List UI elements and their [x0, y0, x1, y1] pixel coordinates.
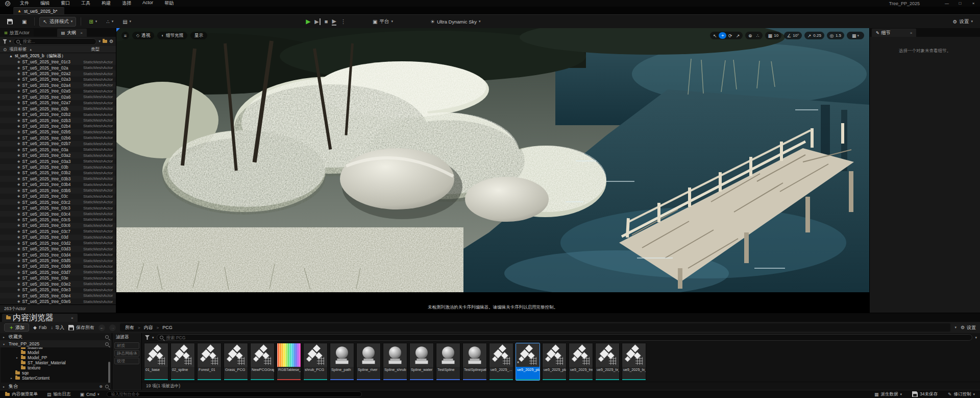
new-folder-icon[interactable]: [103, 40, 107, 43]
move-tool-button[interactable]: ＋: [719, 32, 726, 39]
chevron-down-icon[interactable]: ▾: [99, 39, 101, 43]
asset-tile[interactable]: 01_base: [144, 343, 168, 381]
breadcrumb[interactable]: 所有>内容>PCG: [120, 323, 950, 332]
outliner-row[interactable]: ◈ST_ue5_2025_tree_03e5StaticMeshActor: [0, 298, 116, 304]
editor-mode-dropdown[interactable]: ↖ 选择模式 ▾: [39, 17, 76, 27]
outliner-row[interactable]: ◈ST_ue5_2025_tree_03e4StaticMeshActor: [0, 293, 116, 298]
outliner-row[interactable]: ◈ST_ue5_2025_tree_03d5StaticMeshActor: [0, 257, 116, 263]
rotation-snap-value[interactable]: 10°: [793, 33, 801, 38]
search-icon[interactable]: [105, 342, 109, 346]
asset-tile[interactable]: ue5_2025_tree_...: [569, 343, 593, 381]
asset-tile[interactable]: Grass_PCG: [224, 343, 248, 381]
path-options-chevron[interactable]: ▾: [954, 325, 957, 330]
asset-tile[interactable]: NewPCGGraph: [250, 343, 275, 381]
asset-tile[interactable]: ue5_2025_...: [489, 343, 513, 381]
viewport-perspective-dropdown[interactable]: ◇ 透视: [132, 32, 154, 39]
ultra-dynamic-sky-dropdown[interactable]: ☀ Ultra Dynamic Sky ▾: [427, 17, 484, 27]
outliner-row[interactable]: ◈ST_ue5_2025_tree_03b5StaticMeshActor: [0, 188, 116, 193]
outliner-row[interactable]: ◈ST_ue5_2025_tree_02b4StaticMeshActor: [0, 123, 116, 129]
blueprints-dropdown[interactable]: ∴▾: [103, 17, 116, 27]
folder-tree-item[interactable]: sqe: [1, 370, 111, 376]
outliner-row[interactable]: ◈ST_ue5_2025_tree_02aStaticMeshActor: [0, 65, 116, 71]
breadcrumb-segment[interactable]: 内容: [144, 324, 153, 331]
asset-search-input[interactable]: [165, 335, 970, 341]
menu-item-0[interactable]: 文件: [14, 0, 35, 7]
revision-control-button[interactable]: ✎ 修订控制 ▾: [946, 391, 977, 397]
outliner-root-row[interactable]: ▲ st_ue5_2025_b（编辑器）: [0, 53, 116, 59]
scale-snap-value[interactable]: 0.25: [813, 33, 823, 38]
filter-funnel-icon[interactable]: [145, 335, 150, 340]
filter-option[interactable]: 纹理: [114, 358, 139, 364]
outliner-row[interactable]: ◈ST_ue5_2025_tree_03d2StaticMeshActor: [0, 240, 116, 246]
content-settings-button[interactable]: ⚙ 设置: [961, 324, 976, 331]
window-maximize-button[interactable]: □: [953, 1, 967, 6]
asset-tile[interactable]: shrub_PCG: [303, 343, 328, 381]
asset-tile[interactable]: Forest_01: [197, 343, 222, 381]
breadcrumb-segment[interactable]: PCG: [162, 325, 173, 330]
outliner-row[interactable]: ◈ST_ue5_2025_tree_03a2StaticMeshActor: [0, 152, 116, 158]
menu-item-7[interactable]: 帮助: [159, 0, 179, 7]
menu-item-3[interactable]: 工具: [76, 0, 96, 7]
rotate-tool-button[interactable]: ⟳: [726, 32, 734, 39]
outliner-row[interactable]: ◈ST_ue5_2025_tree_03eStaticMeshActor: [0, 275, 116, 281]
menu-item-2[interactable]: 窗口: [55, 0, 76, 7]
viewport-show-dropdown[interactable]: 显示: [190, 32, 207, 39]
level-viewport[interactable]: ≡ ◇ 透视 ◐ 细节光照 显示 ↖ ＋ ⟳ ↗: [116, 28, 869, 313]
outliner-column-header[interactable]: ⊙ 项目标签 ▲ 类型: [0, 46, 116, 53]
favorites-section[interactable]: ▸ 收藏夹: [0, 333, 112, 340]
derived-data-button[interactable]: ▦ 派生数据 ▾: [872, 391, 904, 397]
camera-speed-value[interactable]: 1.5: [836, 33, 843, 38]
outliner-row[interactable]: ◈ST_ue5_2025_tree_03e2StaticMeshActor: [0, 281, 116, 287]
content-drawer-button[interactable]: 内容侧滑菜单: [3, 391, 40, 397]
filter-option[interactable]: 材质: [114, 342, 139, 349]
outliner-row[interactable]: ◈ST_ue5_2025_tree_03d7StaticMeshActor: [0, 269, 116, 275]
collections-section[interactable]: ▸ 集合 ⊕: [0, 383, 112, 390]
asset-tile[interactable]: Spline_shrub: [383, 343, 407, 381]
asset-tile[interactable]: *ue5_2025_plant: [516, 343, 540, 381]
settings-dropdown[interactable]: ⚙ 设置 ▾: [950, 17, 976, 27]
tree-scrollbar[interactable]: [108, 362, 110, 383]
outliner-row[interactable]: ◈ST_ue5_2025_tree_02a6StaticMeshActor: [0, 94, 116, 100]
menu-item-5[interactable]: 选择: [116, 0, 137, 7]
eye-icon[interactable]: ⊙: [3, 47, 7, 52]
outliner-row[interactable]: ◈ST_ue5_2025_tree_02b7StaticMeshActor: [0, 141, 116, 147]
rotation-snap-toggle[interactable]: ∠: [785, 32, 793, 39]
console-input[interactable]: [110, 391, 358, 397]
outliner-settings-gear-icon[interactable]: ⚙: [109, 39, 113, 44]
scale-snap-toggle[interactable]: ↗: [805, 32, 813, 39]
asset-tile[interactable]: ue5_2025_tx_tree: [622, 343, 646, 381]
tab-details[interactable]: ✎ 细节 ×: [872, 29, 916, 37]
save-button[interactable]: [4, 17, 16, 27]
breadcrumb-segment[interactable]: 所有: [125, 324, 134, 331]
grid-snap-value[interactable]: 10: [774, 33, 780, 38]
folder-tree-item[interactable]: ST_Master_Material: [1, 360, 111, 365]
outliner-row[interactable]: ◈ST_ue5_2025_tree_02b5StaticMeshActor: [0, 129, 116, 135]
asset-tile[interactable]: ue5_2025_tx_pcg: [595, 343, 620, 381]
play-button[interactable]: ▶: [306, 18, 310, 25]
viewport-layout-button[interactable]: ▦ ▾: [850, 32, 861, 39]
folder-tree-item[interactable]: ▸Model_PP: [1, 355, 111, 360]
viewport-viewmode-dropdown[interactable]: ◐ 细节光照: [157, 32, 187, 39]
menu-item-1[interactable]: 编辑: [35, 0, 55, 7]
world-space-toggle[interactable]: ⊕: [746, 32, 754, 39]
surface-snap-toggle[interactable]: ∴: [754, 32, 762, 39]
add-collection-icon[interactable]: ⊕: [99, 384, 103, 389]
outliner-row[interactable]: ◈ST_ue5_2025_tree_03c6StaticMeshActor: [0, 223, 116, 228]
window-close-button[interactable]: ×: [967, 1, 980, 6]
outliner-row[interactable]: ◈ST_ue5_2025_tree_02a5StaticMeshActor: [0, 88, 116, 94]
asset-tile[interactable]: TestSplinepath: [462, 343, 487, 381]
menu-item-4[interactable]: 构建: [96, 0, 116, 7]
asset-tile[interactable]: ue5_2025_plant_...: [542, 343, 567, 381]
menu-item-6[interactable]: Actor: [137, 0, 159, 7]
folder-tree-item[interactable]: texture: [1, 365, 111, 370]
fab-button[interactable]: ◆ Fab: [33, 325, 46, 330]
outliner-row[interactable]: ◈ST_ue5_2025_tree_03e3StaticMeshActor: [0, 287, 116, 293]
browse-content-button[interactable]: ▣: [19, 17, 30, 27]
tab-outliner[interactable]: ▤ 大纲 ×: [57, 29, 87, 37]
search-icon[interactable]: [105, 335, 109, 339]
asset-tile[interactable]: 02_spline: [170, 343, 195, 381]
folder-tree-item[interactable]: Model: [1, 350, 111, 355]
camera-speed-button[interactable]: ◎: [828, 32, 836, 39]
outliner-row[interactable]: ◈ST_ue5_2025_tree_02bStaticMeshActor: [0, 106, 116, 111]
close-icon[interactable]: ×: [71, 316, 74, 320]
